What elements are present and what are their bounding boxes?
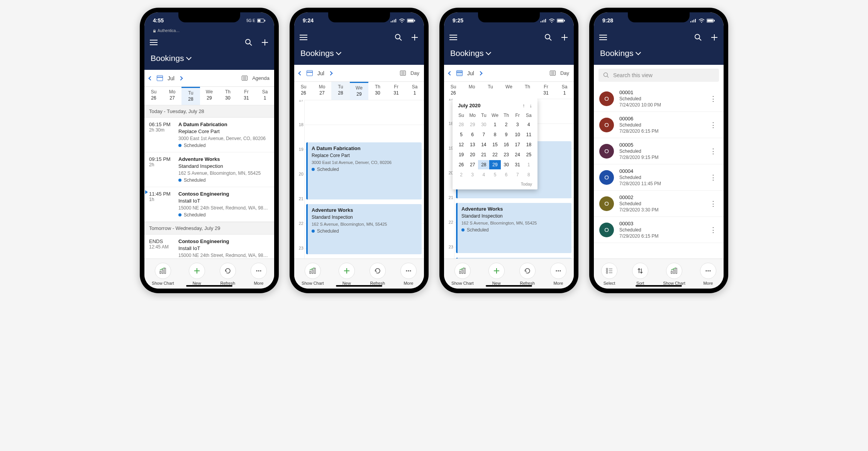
popup-date[interactable]: 2	[501, 120, 512, 129]
day-column[interactable]: Tu28	[331, 82, 350, 100]
title-bar[interactable]: Bookings	[294, 46, 424, 65]
popup-date[interactable]: 31	[512, 160, 523, 169]
prev-arrow-icon[interactable]	[448, 71, 452, 75]
day-column[interactable]: Fr31	[537, 82, 555, 99]
popup-down-icon[interactable]: ↓	[530, 103, 532, 108]
list-item[interactable]: O00006Scheduled7/28/2020 6:15 PM⋮	[594, 112, 724, 138]
view-switch[interactable]: Day	[550, 70, 569, 76]
search-icon[interactable]	[544, 34, 552, 41]
bottom-show-chart[interactable]: Show Chart	[152, 263, 174, 285]
day-column[interactable]: Fr31	[387, 82, 405, 100]
day-column[interactable]: Sa1	[256, 87, 274, 105]
day-column[interactable]: Su26	[444, 82, 463, 99]
search-icon[interactable]	[245, 39, 253, 46]
day-column[interactable]: Su26	[294, 82, 313, 100]
popup-date[interactable]: 29	[489, 160, 500, 169]
bottom-new[interactable]: New	[339, 263, 355, 285]
row-more-icon[interactable]: ⋮	[708, 147, 718, 155]
popup-date[interactable]: 5	[489, 170, 500, 179]
bottom-more[interactable]: More	[251, 263, 267, 285]
bottom-more[interactable]: More	[400, 263, 417, 285]
bottom-select[interactable]: Select	[601, 263, 617, 285]
popup-date[interactable]: 30	[501, 160, 512, 169]
next-arrow-icon[interactable]	[328, 71, 332, 75]
row-more-icon[interactable]: ⋮	[708, 95, 718, 103]
popup-today-link[interactable]: Today	[456, 179, 534, 186]
list-item[interactable]: O00005Scheduled7/28/2020 9:15 PM⋮	[594, 138, 724, 164]
popup-date[interactable]: 14	[478, 140, 489, 149]
popup-date[interactable]: 16	[501, 140, 512, 149]
list-item[interactable]: O00003Scheduled7/29/2020 6:15 PM⋮	[594, 217, 724, 243]
popup-date[interactable]: 11	[523, 130, 534, 139]
popup-date[interactable]: 27	[467, 160, 478, 169]
popup-date[interactable]: 17	[512, 140, 523, 149]
bottom-show-chart[interactable]: Show Chart	[663, 263, 685, 285]
view-switch[interactable]: Day	[400, 70, 419, 76]
popup-date[interactable]: 6	[467, 130, 478, 139]
row-more-icon[interactable]: ⋮	[708, 173, 718, 182]
week-strip[interactable]: Su26Mo27Tu28We29Th30Fr31Sa1	[144, 87, 274, 105]
popup-date[interactable]: 28	[478, 160, 489, 169]
title-bar[interactable]: Bookings	[144, 51, 274, 70]
next-arrow-icon[interactable]	[178, 76, 183, 80]
row-more-icon[interactable]: ⋮	[708, 226, 718, 234]
popup-date[interactable]: 30	[478, 120, 489, 129]
popup-date[interactable]: 1	[523, 160, 534, 169]
search-icon[interactable]	[395, 34, 402, 41]
day-column[interactable]: Tu	[481, 82, 500, 99]
calendar-icon[interactable]	[307, 70, 313, 76]
popup-date[interactable]: 2	[456, 170, 467, 179]
hamburger-icon[interactable]	[300, 35, 307, 40]
popup-date[interactable]: 23	[501, 150, 512, 159]
next-arrow-icon[interactable]	[478, 71, 482, 75]
hamburger-icon[interactable]	[150, 40, 158, 45]
calendar-event[interactable]: Contoso Engineering	[456, 258, 571, 258]
week-strip[interactable]: Su26MoTuWeThFr31Sa1	[444, 82, 574, 99]
plus-icon[interactable]	[411, 34, 419, 41]
day-column[interactable]: Th30	[219, 87, 237, 105]
popup-date[interactable]: 21	[478, 150, 489, 159]
popup-date[interactable]: 6	[501, 170, 512, 179]
popup-date[interactable]: 5	[456, 130, 467, 139]
popup-date[interactable]: 9	[501, 130, 512, 139]
popup-date[interactable]: 25	[523, 150, 534, 159]
day-column[interactable]: We	[500, 82, 518, 99]
plus-icon[interactable]	[261, 39, 269, 46]
bottom-show-chart[interactable]: Show Chart	[302, 263, 324, 285]
day-column[interactable]: Su26	[144, 87, 163, 105]
title-bar[interactable]: Bookings	[444, 46, 574, 65]
popup-date[interactable]: 8	[489, 130, 500, 139]
popup-date[interactable]: 3	[467, 170, 478, 179]
list-item[interactable]: O00002Scheduled7/29/2020 3:30 PM⋮	[594, 191, 724, 217]
calendar-icon[interactable]	[456, 70, 463, 76]
day-column[interactable]: Mo27	[313, 82, 331, 100]
calendar-event[interactable]: Adventure WorksStandard Inspection162 S …	[306, 204, 422, 254]
prev-arrow-icon[interactable]	[298, 71, 302, 75]
day-grid[interactable]: A Datum FabricationReplace Core Part3000…	[294, 100, 424, 258]
popup-date[interactable]: 7	[478, 130, 489, 139]
agenda-item[interactable]: 11:45 PM1hContoso EngineeringInstall IoT…	[144, 187, 274, 222]
list-content[interactable]: Search this view O00001Scheduled7/24/202…	[594, 65, 724, 258]
plus-icon[interactable]	[710, 34, 718, 41]
popup-date[interactable]: 26	[456, 160, 467, 169]
day-column[interactable]: Mo27	[163, 87, 181, 105]
day-column[interactable]: Sa1	[555, 82, 574, 99]
bottom-refresh[interactable]: Refresh	[220, 263, 236, 285]
agenda-item[interactable]: ENDS12:45 AMContoso EngineeringInstall I…	[144, 235, 274, 258]
agenda-list[interactable]: Today - Tuesday, July 2806:15 PM2h 30mA …	[144, 105, 274, 258]
popup-date[interactable]: 20	[467, 150, 478, 159]
bottom-new[interactable]: New	[189, 263, 205, 285]
hamburger-icon[interactable]	[449, 35, 457, 40]
day-column[interactable]: Fr31	[237, 87, 256, 105]
popup-date[interactable]: 24	[512, 150, 523, 159]
day-column[interactable]: Th	[518, 82, 537, 99]
hamburger-icon[interactable]	[599, 35, 607, 40]
popup-date[interactable]: 7	[512, 170, 523, 179]
calendar-event[interactable]: Adventure WorksStandard Inspection162 S …	[456, 203, 571, 253]
bottom-show-chart[interactable]: Show Chart	[451, 263, 473, 285]
calendar-event[interactable]: A Datum FabricationReplace Core Part3000…	[306, 142, 422, 199]
bottom-more[interactable]: More	[550, 263, 566, 285]
bottom-new[interactable]: New	[488, 263, 505, 285]
calendar-icon[interactable]	[157, 75, 163, 81]
popup-date[interactable]: 12	[456, 140, 467, 149]
